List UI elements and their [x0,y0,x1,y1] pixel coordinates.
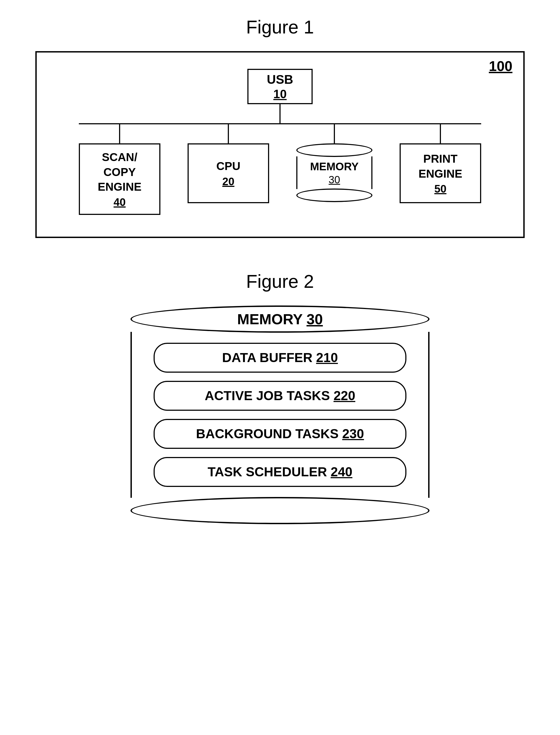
data-buffer-row: DATA BUFFER 210 [154,343,406,373]
fig2-memory-title: MEMORY 30 [237,311,323,327]
print-engine-label: PRINT ENGINE [418,151,462,181]
memory-item: MEMORY 30 [296,124,372,215]
print-engine-vertical-line [440,124,441,143]
figure1-container: 100 USB 10 SCAN/ COPY ENGINE 40 CPU [35,51,525,238]
scan-copy-engine-item: SCAN/ COPY ENGINE 40 [79,124,160,215]
memory-vertical-line [334,124,335,143]
memory-number: 30 [329,174,340,186]
task-scheduler-text: TASK SCHEDULER 240 [208,466,353,479]
print-engine-number: 50 [434,183,447,195]
cpu-label: CPU [216,159,241,174]
print-engine-box: PRINT ENGINE 50 [400,143,481,203]
figure2-wrapper: Figure 2 MEMORY 30 DATA BUFFER 210 ACTIV… [27,271,533,524]
cpu-number: 20 [222,175,235,188]
cpu-box: CPU 20 [188,143,269,203]
scan-copy-vertical-line [119,124,120,143]
data-buffer-text: DATA BUFFER 210 [222,351,338,364]
active-job-tasks-text: ACTIVE JOB TASKS 220 [205,389,355,402]
print-engine-item: PRINT ENGINE 50 [400,124,481,215]
usb-number: 10 [273,87,287,101]
figure1-title: Figure 1 [246,16,314,38]
scan-copy-box: SCAN/ COPY ENGINE 40 [79,143,160,215]
memory-label: MEMORY [310,160,359,173]
background-tasks-text: BACKGROUND TASKS 230 [196,427,364,441]
cpu-vertical-line [228,124,229,143]
scan-copy-label: SCAN/ COPY ENGINE [98,150,141,194]
usb-label: USB [267,72,293,87]
figure2-title: Figure 2 [246,271,314,292]
usb-node: USB 10 [247,69,313,104]
scan-copy-number: 40 [114,196,126,208]
background-tasks-row: BACKGROUND TASKS 230 [154,419,406,449]
figure1-diagram-label: 100 [489,58,512,74]
cpu-item: CPU 20 [188,124,269,215]
active-job-tasks-row: ACTIVE JOB TASKS 220 [154,381,406,411]
vertical-line-usb [279,104,281,123]
task-scheduler-row: TASK SCHEDULER 240 [154,457,406,487]
figure2-memory-cylinder: MEMORY 30 DATA BUFFER 210 ACTIVE JOB TAS… [130,305,430,524]
memory-cylinder: MEMORY 30 [296,143,372,202]
